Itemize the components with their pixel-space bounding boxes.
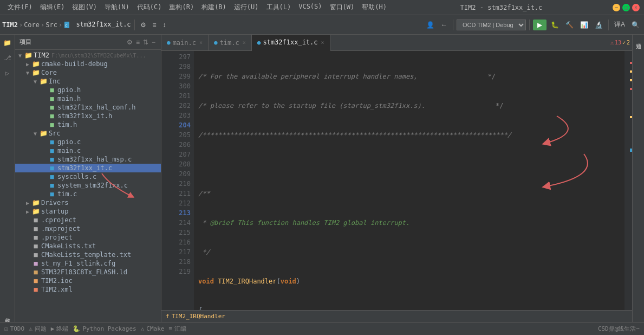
back-button[interactable]: ← <box>439 20 450 30</box>
menu-refactor[interactable]: 重构(R) <box>166 2 197 13</box>
panel-sort-btn[interactable]: ⇅ <box>142 38 149 47</box>
translate-button[interactable]: 译A <box>612 19 627 30</box>
menu-bar[interactable]: 文件(F) 编辑(E) 视图(V) 导航(N) 代码(C) 重构(R) 构建(B… <box>4 2 390 13</box>
menu-vcs[interactable]: VCS(S) <box>295 2 325 13</box>
tree-item-gpio-h[interactable]: ■ gpio.h <box>15 86 161 94</box>
tree-item-hal-conf-h[interactable]: ■ stm32f1xx_hal_conf.h <box>15 103 161 112</box>
panel-settings-btn[interactable]: ⚙ <box>126 38 134 47</box>
commit-icon[interactable]: ⎇ <box>2 52 14 64</box>
tree-item-tim2-ioc[interactable]: ■ TIM2.ioc <box>15 276 161 285</box>
menu-help[interactable]: 帮助(H) <box>359 2 390 13</box>
tree-item-core[interactable]: ▼ 📁 Core <box>15 68 161 77</box>
tree-item-main-c[interactable]: ■ main.c <box>15 146 161 155</box>
notifications-icon[interactable]: 收藏 <box>2 310 14 322</box>
tree-item-tim-c[interactable]: ■ tim.c <box>15 190 161 198</box>
close-button[interactable]: × <box>632 4 640 11</box>
statusbar-cmake[interactable]: △ CMake <box>141 325 165 332</box>
tree-label: Src <box>49 130 61 137</box>
tree-item-flash-ld[interactable]: ■ STM32F103C8Tx_FLASH.ld <box>15 268 161 276</box>
tree-item-inc[interactable]: ▼ 📁 Inc <box>15 77 161 86</box>
build-button[interactable]: 🔨 <box>563 20 576 30</box>
tab-close-button[interactable]: × <box>243 40 246 46</box>
panel-actions[interactable]: ⚙ ≡ ⇅ − <box>126 38 157 47</box>
statusbar-python-packages[interactable]: 🐍 Python Packages <box>73 325 136 332</box>
menu-window[interactable]: 窗口(W) <box>327 2 358 13</box>
tab-stm32-it-c[interactable]: ● stm32f1xx_it.c × <box>252 35 330 51</box>
todo-icon: ☑ <box>4 325 8 332</box>
menu-code[interactable]: 代码(C) <box>134 2 165 13</box>
coverage-button[interactable]: 🔬 <box>593 20 605 30</box>
user-icon-button[interactable]: 👤 <box>424 20 437 30</box>
tree-item-hal-msp-c[interactable]: ■ stm32f1xx_hal_msp.c <box>15 155 161 164</box>
menu-nav[interactable]: 导航(N) <box>101 2 133 13</box>
ocd-config-select[interactable]: OCD TIM2 | Debug <box>457 20 526 30</box>
minimize-button[interactable]: − <box>613 4 620 11</box>
tree-item-it-h[interactable]: ■ stm32f1xx_it.h <box>15 112 161 120</box>
tree-item-src[interactable]: ▼ 📁 Src <box>15 129 161 138</box>
menu-build[interactable]: 构建(B) <box>198 2 230 13</box>
project-icon[interactable]: 📁 <box>2 37 14 49</box>
tree-item-main-h[interactable]: ■ main.h <box>15 94 161 103</box>
line-num: 218 <box>172 257 191 267</box>
run-config-icon[interactable]: ▷ <box>2 67 14 79</box>
tree-item-cproject[interactable]: ■ .cproject <box>15 216 161 224</box>
code-editor[interactable]: 297 298 299 300 201 202 203 204 205 206 … <box>161 51 632 310</box>
tree-item-tim2[interactable]: ▼ 📁 TIM2 F:\mcu\stm32\STM32CubeMx\T... <box>15 51 161 60</box>
menu-edit[interactable]: 编辑(E) <box>37 2 68 13</box>
window-controls[interactable]: − □ × <box>613 4 640 11</box>
tree-item-tim2-xml[interactable]: ■ TIM2.xml <box>15 285 161 294</box>
profile-button[interactable]: 📊 <box>578 20 590 30</box>
file-c-icon: ■ <box>48 147 56 154</box>
notifications-right-icon[interactable]: 通知 <box>635 37 642 41</box>
tree-item-syscalls-c[interactable]: ■ syscalls.c <box>15 172 161 181</box>
tree-item-cmake-build[interactable]: ▶ 📁 cmake-build-debug <box>15 60 161 68</box>
tree-item-system-c[interactable]: ■ system_stm32f1xx.c <box>15 181 161 190</box>
run-button[interactable]: ▶ <box>533 20 547 30</box>
menu-view[interactable]: 视图(V) <box>69 2 100 13</box>
tree-item-it-c[interactable]: ■ stm32f1xx_it.c <box>15 164 161 172</box>
breadcrumb-project[interactable]: TIM2 <box>2 21 18 29</box>
file-c-icon: ■ <box>48 182 56 189</box>
tree-item-stlink-cfg[interactable]: ■ st_my_F1_stlink.cfg <box>15 259 161 268</box>
file-c-icon: ■ <box>48 156 56 163</box>
menu-run[interactable]: 运行(U) <box>231 2 262 13</box>
settings-button[interactable]: ⚙ <box>138 20 148 30</box>
tree-item-project[interactable]: ■ .project <box>15 233 161 242</box>
tab-tim-c[interactable]: ● tim.c × <box>209 35 252 50</box>
statusbar-todo[interactable]: ☑ TODO <box>4 325 24 332</box>
tab-main-c[interactable]: ● main.c × <box>161 35 209 50</box>
statusbar-issues[interactable]: ⚠ 问题 <box>29 325 47 333</box>
tree-item-mxproject[interactable]: ■ .mxproject <box>15 224 161 233</box>
breadcrumb-src[interactable]: Src <box>45 21 57 29</box>
code-line-204: void TIM2_IRQHandler(void) <box>198 276 620 286</box>
file-c-icon: ■ <box>48 138 56 146</box>
statusbar-terminal[interactable]: ▶ 终端 <box>51 325 69 333</box>
panel-align-btn[interactable]: ≡ <box>135 38 141 47</box>
panel-collapse-btn[interactable]: − <box>151 38 157 47</box>
scroll-indicator[interactable] <box>625 51 632 310</box>
align-button[interactable]: ≡ <box>151 20 159 30</box>
tree-item-cmakelists-template[interactable]: ■ CMakeLists_template.txt <box>15 250 161 259</box>
tree-item-cmakelists[interactable]: ■ CMakeLists.txt <box>15 242 161 250</box>
tree-item-gpio-c[interactable]: ■ gpio.c <box>15 138 161 146</box>
tree-item-tim-h[interactable]: ■ tim.h <box>15 120 161 129</box>
code-line-297: /* For the available peripheral interrup… <box>198 72 620 81</box>
line-num: 215 <box>172 228 191 237</box>
debug-button[interactable]: 🐛 <box>549 20 561 30</box>
folder-icon: 📁 <box>31 199 40 207</box>
menu-file[interactable]: 文件(F) <box>4 2 36 13</box>
menu-tools[interactable]: 工具(L) <box>263 2 295 13</box>
maximize-button[interactable]: □ <box>622 4 630 11</box>
tab-close-button[interactable]: × <box>199 40 203 46</box>
breadcrumb-file[interactable]: c stm32f1xx_it.c <box>63 21 131 29</box>
tree-label: system_stm32f1xx.c <box>57 182 128 189</box>
breadcrumb-core[interactable]: Core <box>24 21 40 29</box>
tab-close-button[interactable]: × <box>321 40 324 46</box>
titlebar-title: TIM2 - stm32f1xx_it.c <box>460 4 543 11</box>
git-button[interactable]: ↕ <box>161 20 168 30</box>
search-button[interactable]: 🔍 <box>629 20 642 30</box>
tree-label: startup <box>41 208 69 215</box>
statusbar-asm[interactable]: ≡ 汇编 <box>168 325 186 333</box>
tree-item-startup[interactable]: ▶ 📁 startup <box>15 207 161 216</box>
tree-item-drivers[interactable]: ▶ 📁 Drivers <box>15 198 161 207</box>
